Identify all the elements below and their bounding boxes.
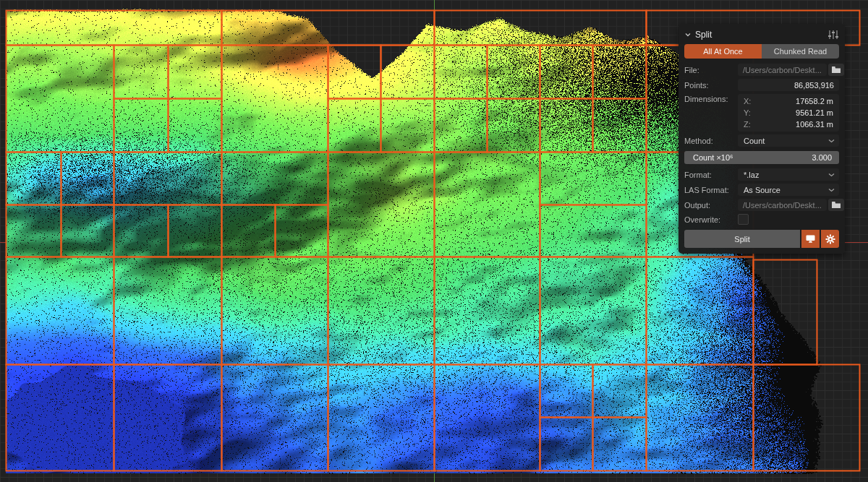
points-label: Points: <box>684 80 738 90</box>
las-format-value: As Source <box>738 186 828 194</box>
app-window: Split All At Once Chunked Read File: /Us… <box>0 0 868 482</box>
chevron-down-icon <box>828 173 835 177</box>
las-format-select[interactable]: As Source <box>738 184 839 196</box>
file-row: File: /Users/carbon/Deskt... <box>684 64 839 76</box>
console-toggle-button[interactable] <box>801 230 820 248</box>
dimension-z-field[interactable]: Z: 1066.31 m <box>738 119 839 130</box>
chevron-down-icon <box>828 188 835 192</box>
tab-all-at-once[interactable]: All At Once <box>684 44 762 59</box>
points-row: Points: 86,853,916 <box>684 79 839 91</box>
dim-z-axis-label: Z: <box>744 120 751 129</box>
dim-x-axis-label: X: <box>744 97 751 106</box>
method-select[interactable]: Count <box>738 134 839 147</box>
dim-y-axis-label: Y: <box>744 108 751 117</box>
output-path-field[interactable]: /Users/carbon/Deskt... <box>738 199 827 211</box>
file-label: File: <box>684 65 738 74</box>
method-row: Method: Count <box>684 134 839 147</box>
split-panel: Split All At Once Chunked Read File: /Us… <box>678 24 845 254</box>
panel-title: Split <box>695 30 712 40</box>
overwrite-label: Overwrite: <box>684 215 738 224</box>
chevron-down-icon <box>828 139 835 143</box>
gear-icon <box>825 234 835 244</box>
folder-icon <box>831 201 841 209</box>
count-slider[interactable]: Count ×10⁶ 3.000 <box>684 151 839 164</box>
method-value: Count <box>738 137 828 145</box>
format-label: Format: <box>684 170 738 179</box>
read-mode-tabs: All At Once Chunked Read <box>684 44 839 59</box>
format-select[interactable]: *.laz <box>738 168 839 181</box>
filter-sliders-icon[interactable] <box>827 30 839 40</box>
output-browse-button[interactable] <box>828 199 844 211</box>
file-path-field[interactable]: /Users/carbon/Deskt... <box>738 64 827 76</box>
split-button[interactable]: Split <box>684 230 800 248</box>
file-browse-button[interactable] <box>828 64 844 76</box>
format-row: Format: *.laz <box>684 168 839 181</box>
count-slider-value: 3.000 <box>812 153 839 162</box>
overwrite-row: Overwrite: <box>684 214 839 225</box>
chevron-down-icon[interactable] <box>684 31 692 38</box>
las-format-row: LAS Format: As Source <box>684 184 839 196</box>
dimension-y-field[interactable]: Y: 9561.21 m <box>738 107 839 119</box>
dimensions-box: X: 17658.2 m Y: 9561.21 m Z: 1066.31 m <box>738 94 839 132</box>
tab-chunked-read[interactable]: Chunked Read <box>762 44 839 59</box>
dim-y-value: 9561.21 m <box>796 108 833 117</box>
overwrite-checkbox[interactable] <box>738 214 749 225</box>
dimensions-label: Dimensions: <box>684 94 738 103</box>
dimension-x-field[interactable]: X: 17658.2 m <box>738 95 839 107</box>
dim-z-value: 1066.31 m <box>796 120 833 129</box>
output-label: Output: <box>684 200 738 210</box>
las-format-label: LAS Format: <box>684 185 738 194</box>
output-row: Output: /Users/carbon/Deskt... <box>684 199 839 211</box>
dimensions-row: Dimensions: X: 17658.2 m Y: 9561.21 m Z:… <box>684 94 839 132</box>
dim-x-value: 17658.2 m <box>796 97 833 106</box>
count-slider-label: Count ×10⁶ <box>684 153 733 162</box>
points-value-field[interactable]: 86,853,916 <box>738 79 839 91</box>
panel-header: Split <box>684 26 839 43</box>
method-label: Method: <box>684 136 738 145</box>
folder-icon <box>831 66 841 74</box>
split-actions: Split <box>684 230 839 248</box>
format-value: *.laz <box>738 171 828 179</box>
monitor-icon <box>805 234 816 244</box>
settings-button[interactable] <box>821 230 839 248</box>
